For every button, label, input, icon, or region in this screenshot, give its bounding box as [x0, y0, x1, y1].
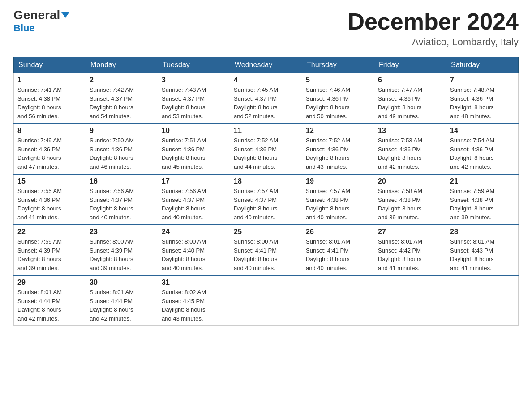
day-info: Sunrise: 7:52 AMSunset: 4:36 PMDaylight:… — [234, 136, 298, 171]
day-number: 10 — [162, 127, 226, 135]
day-header-saturday: Saturday — [446, 57, 519, 73]
week-row-1: 1Sunrise: 7:41 AMSunset: 4:38 PMDaylight… — [14, 73, 519, 124]
day-number: 23 — [90, 228, 154, 236]
day-info: Sunrise: 8:02 AMSunset: 4:45 PMDaylight:… — [162, 288, 226, 323]
day-cell-4: 4Sunrise: 7:45 AMSunset: 4:37 PMDaylight… — [230, 73, 302, 124]
day-cell-19: 19Sunrise: 7:57 AMSunset: 4:38 PMDayligh… — [302, 174, 374, 225]
day-cell-2: 2Sunrise: 7:42 AMSunset: 4:37 PMDaylight… — [86, 73, 158, 124]
day-number: 7 — [450, 76, 515, 84]
day-info: Sunrise: 8:00 AMSunset: 4:40 PMDaylight:… — [162, 237, 226, 272]
day-info: Sunrise: 7:59 AMSunset: 4:39 PMDaylight:… — [17, 237, 82, 272]
day-info: Sunrise: 8:00 AMSunset: 4:39 PMDaylight:… — [90, 237, 154, 272]
day-number: 22 — [17, 228, 82, 236]
day-info: Sunrise: 7:57 AMSunset: 4:38 PMDaylight:… — [306, 187, 370, 222]
day-cell-23: 23Sunrise: 8:00 AMSunset: 4:39 PMDayligh… — [86, 225, 158, 275]
day-number: 24 — [162, 228, 226, 236]
day-cell-21: 21Sunrise: 7:59 AMSunset: 4:38 PMDayligh… — [446, 174, 519, 225]
day-cell-24: 24Sunrise: 8:00 AMSunset: 4:40 PMDayligh… — [158, 225, 230, 275]
day-info: Sunrise: 7:59 AMSunset: 4:38 PMDaylight:… — [450, 187, 515, 222]
day-number: 18 — [234, 177, 298, 185]
day-info: Sunrise: 7:56 AMSunset: 4:37 PMDaylight:… — [162, 187, 226, 222]
day-number: 3 — [162, 76, 226, 84]
day-cell-15: 15Sunrise: 7:55 AMSunset: 4:36 PMDayligh… — [14, 174, 86, 225]
day-number: 19 — [306, 177, 370, 185]
title-block: December 2024 Aviatico, Lombardy, Italy — [348, 9, 519, 48]
logo-blue-text: Blue — [13, 22, 35, 34]
day-number: 5 — [306, 76, 370, 84]
day-cell-1: 1Sunrise: 7:41 AMSunset: 4:38 PMDaylight… — [14, 73, 86, 124]
day-number: 13 — [378, 127, 442, 135]
day-cell-5: 5Sunrise: 7:46 AMSunset: 4:36 PMDaylight… — [302, 73, 374, 124]
day-cell-30: 30Sunrise: 8:01 AMSunset: 4:44 PMDayligh… — [86, 275, 158, 326]
day-info: Sunrise: 7:54 AMSunset: 4:36 PMDaylight:… — [450, 136, 515, 171]
day-cell-27: 27Sunrise: 8:01 AMSunset: 4:42 PMDayligh… — [374, 225, 446, 275]
day-number: 1 — [17, 76, 82, 84]
day-number: 2 — [90, 76, 154, 84]
day-info: Sunrise: 8:01 AMSunset: 4:44 PMDaylight:… — [90, 288, 154, 323]
day-number: 12 — [306, 127, 370, 135]
month-title: December 2024 — [348, 9, 519, 34]
day-cell-22: 22Sunrise: 7:59 AMSunset: 4:39 PMDayligh… — [14, 225, 86, 275]
day-cell-25: 25Sunrise: 8:00 AMSunset: 4:41 PMDayligh… — [230, 225, 302, 275]
day-number: 27 — [378, 228, 442, 236]
empty-cell — [374, 275, 446, 326]
week-row-4: 22Sunrise: 7:59 AMSunset: 4:39 PMDayligh… — [14, 225, 519, 275]
day-number: 25 — [234, 228, 298, 236]
day-number: 28 — [450, 228, 515, 236]
day-info: Sunrise: 8:01 AMSunset: 4:41 PMDaylight:… — [306, 237, 370, 272]
day-header-monday: Monday — [86, 57, 158, 73]
day-number: 20 — [378, 177, 442, 185]
logo-general: General — [13, 9, 69, 21]
day-number: 6 — [378, 76, 442, 84]
empty-cell — [302, 275, 374, 326]
day-number: 15 — [17, 177, 82, 185]
days-header-row: SundayMondayTuesdayWednesdayThursdayFrid… — [14, 57, 519, 73]
day-cell-29: 29Sunrise: 8:01 AMSunset: 4:44 PMDayligh… — [14, 275, 86, 326]
day-cell-10: 10Sunrise: 7:51 AMSunset: 4:36 PMDayligh… — [158, 124, 230, 174]
day-cell-31: 31Sunrise: 8:02 AMSunset: 4:45 PMDayligh… — [158, 275, 230, 326]
day-number: 8 — [17, 127, 82, 135]
day-info: Sunrise: 8:01 AMSunset: 4:44 PMDaylight:… — [17, 288, 82, 323]
day-number: 31 — [162, 278, 226, 287]
day-number: 11 — [234, 127, 298, 135]
day-info: Sunrise: 7:52 AMSunset: 4:36 PMDaylight:… — [306, 136, 370, 171]
day-header-tuesday: Tuesday — [158, 57, 230, 73]
day-header-wednesday: Wednesday — [230, 57, 302, 73]
day-number: 16 — [90, 177, 154, 185]
day-cell-9: 9Sunrise: 7:50 AMSunset: 4:36 PMDaylight… — [86, 124, 158, 174]
day-info: Sunrise: 7:49 AMSunset: 4:36 PMDaylight:… — [17, 136, 82, 171]
day-number: 30 — [90, 278, 154, 287]
day-info: Sunrise: 7:45 AMSunset: 4:37 PMDaylight:… — [234, 86, 298, 120]
day-cell-12: 12Sunrise: 7:52 AMSunset: 4:36 PMDayligh… — [302, 124, 374, 174]
day-cell-11: 11Sunrise: 7:52 AMSunset: 4:36 PMDayligh… — [230, 124, 302, 174]
day-info: Sunrise: 8:01 AMSunset: 4:42 PMDaylight:… — [378, 237, 442, 272]
day-header-friday: Friday — [374, 57, 446, 73]
day-cell-3: 3Sunrise: 7:43 AMSunset: 4:37 PMDaylight… — [158, 73, 230, 124]
empty-cell — [446, 275, 519, 326]
day-cell-6: 6Sunrise: 7:47 AMSunset: 4:36 PMDaylight… — [374, 73, 446, 124]
week-row-5: 29Sunrise: 8:01 AMSunset: 4:44 PMDayligh… — [14, 275, 519, 326]
day-info: Sunrise: 7:46 AMSunset: 4:36 PMDaylight:… — [306, 86, 370, 120]
day-info: Sunrise: 7:47 AMSunset: 4:36 PMDaylight:… — [378, 86, 442, 120]
day-header-thursday: Thursday — [302, 57, 374, 73]
day-cell-7: 7Sunrise: 7:48 AMSunset: 4:36 PMDaylight… — [446, 73, 519, 124]
day-number: 17 — [162, 177, 226, 185]
day-info: Sunrise: 7:58 AMSunset: 4:38 PMDaylight:… — [378, 187, 442, 222]
day-number: 14 — [450, 127, 515, 135]
day-cell-16: 16Sunrise: 7:56 AMSunset: 4:37 PMDayligh… — [86, 174, 158, 225]
week-row-2: 8Sunrise: 7:49 AMSunset: 4:36 PMDaylight… — [14, 124, 519, 174]
day-cell-18: 18Sunrise: 7:57 AMSunset: 4:37 PMDayligh… — [230, 174, 302, 225]
day-info: Sunrise: 7:50 AMSunset: 4:36 PMDaylight:… — [90, 136, 154, 171]
calendar-table: SundayMondayTuesdayWednesdayThursdayFrid… — [13, 57, 519, 326]
page-header: General Blue December 2024 Aviatico, Lom… — [13, 9, 519, 48]
week-row-3: 15Sunrise: 7:55 AMSunset: 4:36 PMDayligh… — [14, 174, 519, 225]
day-info: Sunrise: 7:43 AMSunset: 4:37 PMDaylight:… — [162, 86, 226, 120]
day-cell-20: 20Sunrise: 7:58 AMSunset: 4:38 PMDayligh… — [374, 174, 446, 225]
day-info: Sunrise: 7:56 AMSunset: 4:37 PMDaylight:… — [90, 187, 154, 222]
day-cell-17: 17Sunrise: 7:56 AMSunset: 4:37 PMDayligh… — [158, 174, 230, 225]
logo: General Blue — [13, 9, 69, 34]
day-info: Sunrise: 7:55 AMSunset: 4:36 PMDaylight:… — [17, 187, 82, 222]
day-header-sunday: Sunday — [14, 57, 86, 73]
day-number: 26 — [306, 228, 370, 236]
day-cell-13: 13Sunrise: 7:53 AMSunset: 4:36 PMDayligh… — [374, 124, 446, 174]
